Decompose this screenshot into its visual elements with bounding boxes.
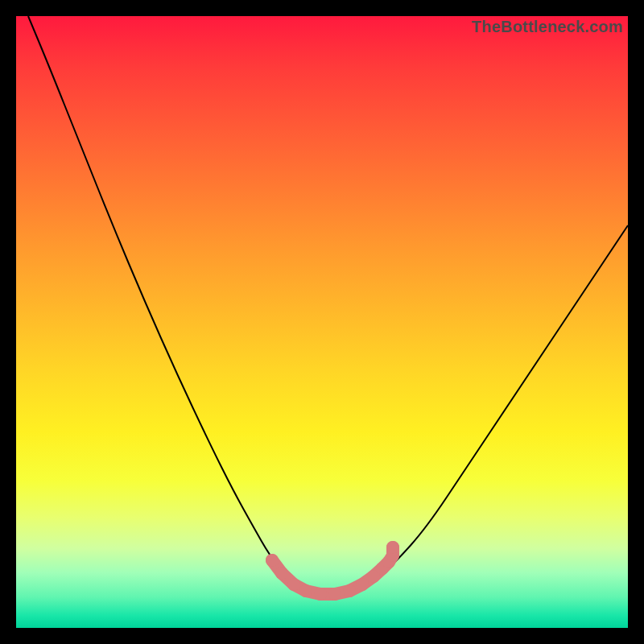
bottleneck-curve xyxy=(28,16,628,594)
minimum-marker-dot xyxy=(266,554,279,567)
minimum-marker-dot xyxy=(356,578,369,591)
chart-frame: TheBottleneck.com xyxy=(0,0,644,644)
minimum-marker-dot xyxy=(287,578,300,591)
minimum-marker-dot xyxy=(328,588,341,601)
minimum-marker-dot xyxy=(343,584,356,597)
minimum-marker-dot xyxy=(386,541,399,554)
minimum-marker-cluster xyxy=(266,541,399,601)
curve-svg xyxy=(16,16,628,628)
plot-area: TheBottleneck.com xyxy=(16,16,628,628)
minimum-marker-dot xyxy=(299,584,312,597)
minimum-marker-dot xyxy=(314,588,327,601)
minimum-marker-dot xyxy=(275,567,288,580)
